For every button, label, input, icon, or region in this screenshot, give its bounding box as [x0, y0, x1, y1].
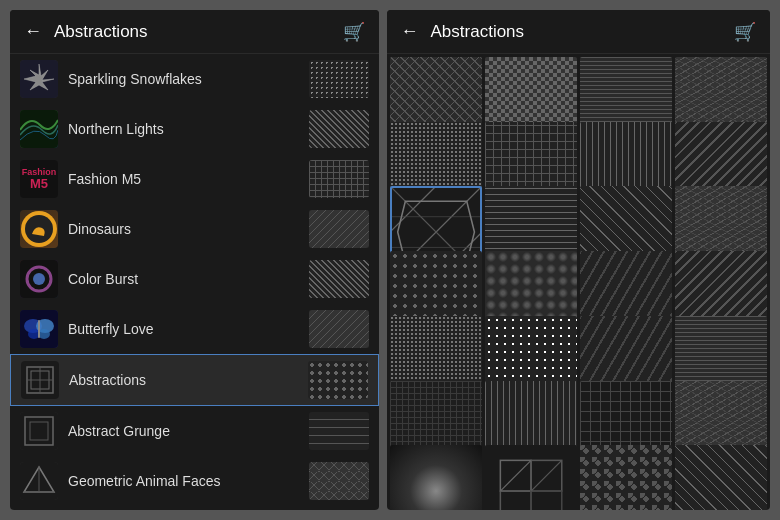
list-item-abstractions[interactable]: Abstractions [10, 354, 379, 406]
list-item-color-burst[interactable]: Color Burst [10, 254, 379, 304]
item-preview-abstractions [308, 361, 368, 399]
svg-point-7 [33, 273, 45, 285]
item-label-color-burst: Color Burst [68, 271, 309, 287]
item-label-geometric-animal-faces: Geometric Animal Faces [68, 473, 309, 489]
item-label-abstract-grunge: Abstract Grunge [68, 423, 309, 439]
item-icon-fashion-m5: FashionM5 [20, 160, 58, 198]
right-back-button[interactable]: ← [401, 21, 419, 42]
list-item-abstract-grunge[interactable]: Abstract Grunge [10, 406, 379, 456]
item-icon-color-burst [20, 260, 58, 298]
left-cart-icon[interactable]: 🛒 [343, 21, 365, 43]
item-icon-butterfly-love [20, 310, 58, 348]
item-label-abstractions: Abstractions [69, 372, 308, 388]
item-label-northern-lights: Northern Lights [68, 121, 309, 137]
item-label-dinosaurs: Dinosaurs [68, 221, 309, 237]
grid-cell-g25[interactable] [390, 445, 482, 510]
item-label-fashion-m5: Fashion M5 [68, 171, 309, 187]
left-header: ← Abstractions 🛒 [10, 10, 379, 54]
item-icon-northern-lights [20, 110, 58, 148]
list-item-geometric-animal-faces[interactable]: Geometric Animal Faces [10, 456, 379, 506]
item-preview-northern-lights [309, 110, 369, 148]
item-preview-color-burst [309, 260, 369, 298]
item-preview-sparkling-snowflakes [309, 60, 369, 98]
list-item-sparkling-snowflakes[interactable]: Sparkling Snowflakes [10, 54, 379, 104]
grid-cell-g26[interactable] [485, 445, 577, 510]
list-item-butterfly-love[interactable]: Butterfly Love [10, 304, 379, 354]
grid-cell-g27[interactable] [580, 445, 672, 510]
pattern-grid [387, 54, 770, 510]
item-icon-sparkling-snowflakes [20, 60, 58, 98]
item-label-sparkling-snowflakes: Sparkling Snowflakes [68, 71, 309, 87]
right-cart-icon[interactable]: 🛒 [734, 21, 756, 43]
list-item-northern-lights[interactable]: Northern Lights [10, 104, 379, 154]
item-preview-fashion-m5 [309, 160, 369, 198]
grid-cell-g28[interactable] [675, 445, 767, 510]
item-icon-abstractions [21, 361, 59, 399]
item-icon-dinosaurs [20, 210, 58, 248]
item-preview-geometric-animal-faces [309, 462, 369, 500]
category-list: Sparkling Snowflakes Northern LightsFash… [10, 54, 379, 510]
list-item-travel[interactable]: Travel [10, 506, 379, 510]
item-label-butterfly-love: Butterfly Love [68, 321, 309, 337]
list-item-dinosaurs[interactable]: Dinosaurs [10, 204, 379, 254]
item-preview-dinosaurs [309, 210, 369, 248]
list-item-fashion-m5[interactable]: FashionM5Fashion M5 [10, 154, 379, 204]
item-icon-abstract-grunge [20, 412, 58, 450]
right-header: ← Abstractions 🛒 [387, 10, 770, 54]
item-preview-butterfly-love [309, 310, 369, 348]
right-panel: ← Abstractions 🛒 [387, 10, 770, 510]
item-icon-geometric-animal-faces [20, 462, 58, 500]
right-panel-title: Abstractions [431, 22, 734, 42]
left-panel-title: Abstractions [54, 22, 343, 42]
item-preview-abstract-grunge [309, 412, 369, 450]
left-panel: ← Abstractions 🛒 Sparkling Snowflakes No… [10, 10, 379, 510]
svg-rect-13 [38, 320, 40, 338]
left-back-button[interactable]: ← [24, 21, 42, 42]
app-container: ← Abstractions 🛒 Sparkling Snowflakes No… [10, 10, 770, 510]
